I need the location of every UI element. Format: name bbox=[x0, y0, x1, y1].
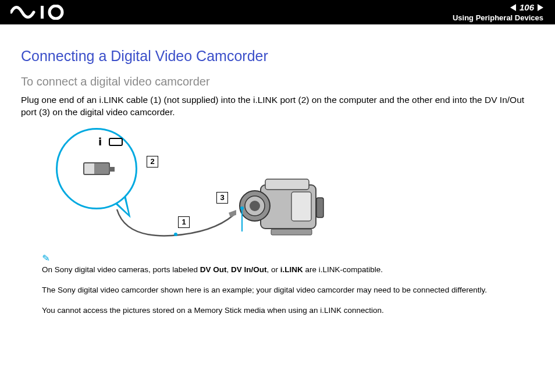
note-2: The Sony digital video camcorder shown h… bbox=[42, 285, 534, 296]
notes-section: ✎ On Sony digital video cameras, ports l… bbox=[42, 252, 534, 316]
svg-rect-10 bbox=[271, 229, 312, 235]
callout-label-1: 1 bbox=[178, 216, 190, 228]
note-3: You cannot access the pictures stored on… bbox=[42, 305, 534, 316]
page-number: 106 bbox=[520, 2, 534, 12]
note-1-bold-1: DV Out bbox=[200, 265, 227, 274]
note-1-bold-2: DV In/Out bbox=[231, 265, 267, 274]
svg-rect-11 bbox=[316, 198, 323, 218]
header-right: 106 Using Peripheral Devices bbox=[453, 2, 543, 22]
page-content: Connecting a Digital Video Camcorder To … bbox=[0, 24, 555, 316]
svg-rect-3 bbox=[229, 210, 236, 217]
svg-point-8 bbox=[250, 201, 260, 211]
note-1: On Sony digital video cameras, ports lab… bbox=[42, 265, 534, 276]
vaio-logo bbox=[10, 5, 80, 20]
note-1-sep-1: , bbox=[226, 265, 231, 274]
svg-point-13 bbox=[240, 206, 244, 210]
next-page-arrow-icon[interactable] bbox=[538, 4, 543, 11]
svg-rect-9 bbox=[291, 192, 311, 221]
camcorder-icon bbox=[236, 168, 335, 243]
ilink-symbol-icon: i̇ bbox=[98, 136, 102, 148]
note-pencil-icon: ✎ bbox=[41, 252, 50, 263]
callout-label-3: 3 bbox=[216, 192, 228, 204]
connection-diagram: i̇ 2 3 1 bbox=[50, 128, 364, 244]
section-label: Using Peripheral Devices bbox=[453, 13, 543, 22]
svg-point-1 bbox=[49, 6, 62, 19]
note-1-sep-2: , or bbox=[266, 265, 280, 274]
callout-label-2: 2 bbox=[147, 156, 158, 168]
svg-rect-5 bbox=[265, 179, 309, 190]
magnified-port-circle: i̇ bbox=[56, 128, 137, 209]
note-1-tail: are i.LINK-compatible. bbox=[303, 265, 383, 274]
vaio-logo-svg bbox=[10, 5, 80, 20]
page-nav: 106 bbox=[453, 2, 543, 12]
prev-page-arrow-icon[interactable] bbox=[510, 4, 516, 11]
note-1-text: On Sony digital video cameras, ports lab… bbox=[42, 265, 200, 274]
body-paragraph: Plug one end of an i.LINK cable (1) (not… bbox=[21, 94, 534, 119]
note-1-bold-3: i.LINK bbox=[280, 265, 303, 274]
ilink-plug-icon bbox=[83, 162, 110, 175]
page-title: Connecting a Digital Video Camcorder bbox=[21, 48, 534, 65]
cable-icon bbox=[114, 206, 236, 241]
svg-point-2 bbox=[174, 233, 177, 236]
header-bar: 106 Using Peripheral Devices bbox=[0, 0, 555, 24]
ilink-port-icon bbox=[109, 138, 123, 146]
svg-rect-0 bbox=[41, 6, 44, 19]
page-subtitle: To connect a digital video camcorder bbox=[21, 75, 534, 88]
